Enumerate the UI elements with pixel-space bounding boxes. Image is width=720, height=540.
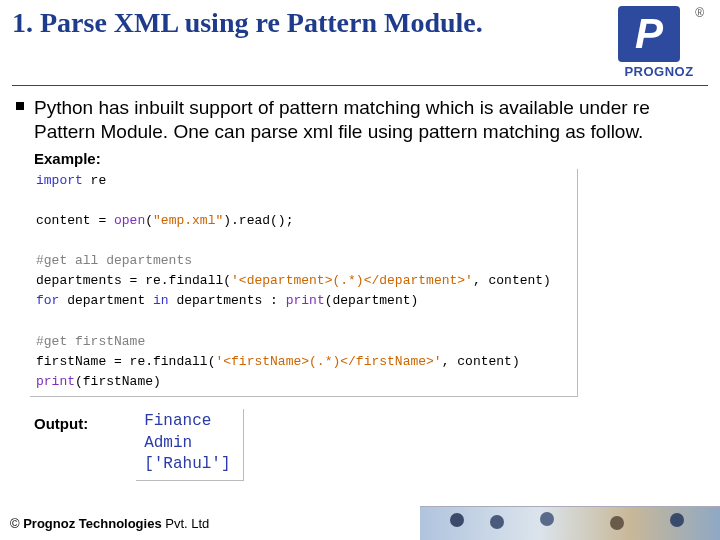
slide-title: 1. Parse XML using re Pattern Module.	[12, 6, 483, 40]
registered-icon: ®	[695, 6, 704, 20]
divider	[12, 85, 708, 86]
output-box: Finance Admin ['Rahul']	[136, 409, 243, 481]
copyright-text: © Prognoz Technologies Pvt. Ltd	[0, 516, 209, 531]
output-label: Output:	[34, 415, 88, 432]
bullet-icon	[16, 102, 24, 110]
slide-header: 1. Parse XML using re Pattern Module. ® …	[0, 0, 720, 79]
output-section: Output: Finance Admin ['Rahul']	[34, 409, 720, 481]
brand-logo: ® P PROGNOZ	[598, 6, 708, 79]
slide-footer: © Prognoz Technologies Pvt. Ltd	[0, 506, 720, 540]
output-line: Finance	[144, 411, 230, 433]
example-label: Example:	[34, 150, 720, 167]
body-paragraph: Python has inbuilt support of pattern ma…	[0, 96, 720, 144]
output-line: ['Rahul']	[144, 454, 230, 476]
logo-text: PROGNOZ	[610, 64, 708, 79]
footer-banner-image	[420, 506, 720, 540]
output-line: Admin	[144, 433, 230, 455]
logo-icon: P	[618, 6, 680, 62]
code-example: import re content = open("emp.xml").read…	[30, 169, 578, 398]
